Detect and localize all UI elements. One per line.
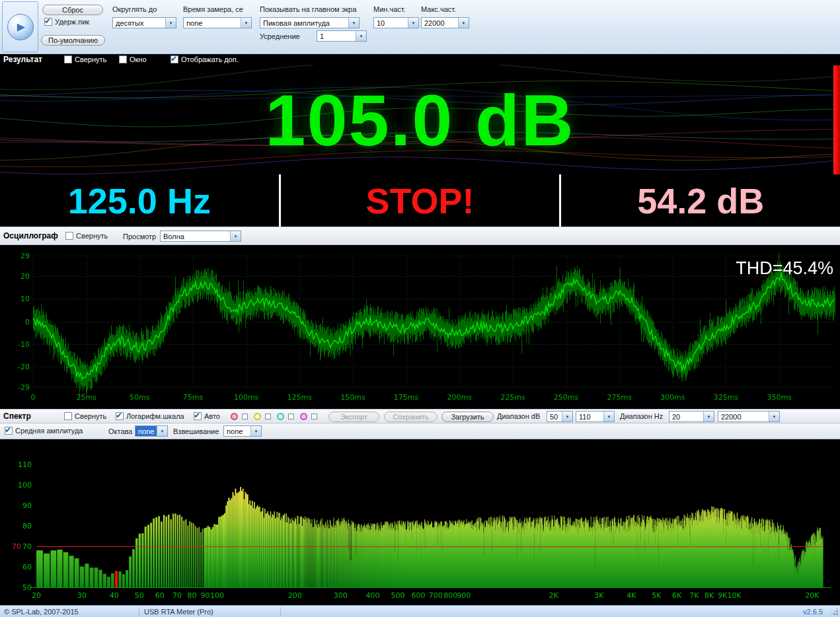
weighting-combo[interactable]: none▼: [223, 425, 262, 437]
version-text: v2.6.5: [803, 608, 823, 616]
start-measure-button[interactable]: ▶: [2, 1, 38, 52]
checkbox-box: ✔: [116, 412, 124, 420]
main-level-display: 105.0 dB: [0, 65, 840, 174]
trace-2-checkbox[interactable]: [265, 414, 271, 419]
frequency-value: 125.0 Hz: [0, 174, 279, 227]
export-button[interactable]: Экспорт: [328, 412, 379, 422]
max-freq-label: Макс.част.: [421, 5, 456, 13]
checkbox-box: [64, 412, 72, 420]
check-icon: ✔: [171, 54, 177, 63]
chevron-down-icon: ▼: [603, 412, 614, 421]
log-scale-checkbox[interactable]: ✔ Логарифм.шкала: [116, 412, 184, 420]
chevron-down-icon: ▼: [356, 31, 366, 41]
trace-color-4-icon[interactable]: [300, 413, 307, 420]
check-icon: ✔: [116, 411, 122, 420]
defaults-button[interactable]: По-умолчанию: [41, 35, 105, 46]
checkbox-box: [65, 232, 73, 240]
trace-color-1-icon[interactable]: [231, 413, 238, 420]
checkbox-box: ✔: [194, 412, 202, 420]
resize-grip[interactable]: [831, 608, 839, 616]
app-name-text: USB RTA Meter (Pro): [144, 608, 213, 616]
checkbox-box: ✔: [5, 427, 13, 435]
reset-button[interactable]: Сброс: [42, 5, 103, 15]
result-section-bar: Результат Свернуть Окно ✔ Отображать доп…: [0, 54, 840, 65]
spectrum-canvas: [0, 439, 840, 605]
trace-color-3-icon[interactable]: [277, 413, 284, 420]
hold-peak-checkbox[interactable]: ✔ Удерж.пик: [44, 18, 89, 26]
chevron-down-icon: ▼: [230, 231, 241, 241]
hold-peak-label: Удерж.пик: [55, 18, 89, 26]
copyright-text: © SPL-Lab, 2007-2015: [4, 608, 79, 616]
spl-lab-rta-app: ▶ Сброс ✔ Удерж.пик По-умолчанию Округля…: [0, 0, 840, 617]
range-db-max-combo[interactable]: 110▼: [576, 411, 615, 422]
octave-label: Октава: [108, 427, 132, 435]
status-bar: © SPL-Lab, 2007-2015 USB RTA Meter (Pro)…: [0, 605, 840, 617]
result-section-title: Результат: [3, 55, 42, 64]
result-collapse-checkbox[interactable]: Свернуть: [64, 55, 106, 63]
min-freq-label: Мин.част.: [373, 5, 406, 13]
spectrum-display: [0, 439, 840, 605]
auto-checkbox[interactable]: ✔ Авто: [194, 412, 220, 420]
chevron-down-icon: ▼: [562, 412, 572, 421]
stop-indicator: STOP!: [279, 174, 562, 227]
secondary-displays: 125.0 Hz STOP! 54.2 dB: [0, 174, 840, 227]
spectrum-collapse-checkbox[interactable]: Свернуть: [64, 412, 106, 420]
checkbox-box: ✔: [44, 18, 52, 26]
toolbar: ▶ Сброс ✔ Удерж.пик По-умолчанию Округля…: [0, 0, 840, 54]
result-show-extra-checkbox[interactable]: ✔ Отображать доп.: [171, 55, 239, 63]
spectrum-section-bar: Спектр Свернуть ✔ Логарифм.шкала ✔ Авто …: [0, 409, 840, 423]
oscilloscope-section-bar: Осциллограф Свернуть Просмотр Волна▼: [0, 227, 840, 245]
checkbox-box: [119, 55, 127, 63]
averaging-label: Усреднение: [260, 32, 300, 40]
chevron-down-icon: ▼: [165, 18, 176, 28]
check-icon: ✔: [5, 425, 11, 435]
oscilloscope-section-title: Осциллограф: [3, 231, 58, 240]
chevron-down-icon: ▼: [241, 18, 251, 28]
save-button[interactable]: Сохранить: [384, 412, 438, 422]
range-db-label: Диапазон dB: [497, 412, 540, 420]
measure-time-label: Время замера, се: [183, 5, 243, 13]
check-icon: ✔: [44, 17, 51, 26]
chevron-down-icon: ▼: [348, 18, 359, 28]
show-on-main-combo[interactable]: Пиковая амплитуда▼: [260, 17, 360, 28]
status-separator: [280, 607, 281, 616]
round-to-combo[interactable]: десятых▼: [112, 17, 176, 28]
checkbox-box: ✔: [171, 55, 178, 63]
view-label: Просмотр: [123, 233, 156, 240]
oscilloscope-display: THD=45.4%: [0, 245, 840, 409]
averaging-combo[interactable]: 1▼: [317, 30, 367, 42]
show-on-main-label: Показывать на главном экра: [260, 5, 356, 13]
chevron-down-icon: ▼: [703, 412, 714, 421]
spectrum-options-bar: ✔ Средняя амплитуда Октава none▼ Взвешив…: [0, 423, 840, 439]
trace-color-2-icon[interactable]: [254, 413, 261, 420]
range-hz-max-combo[interactable]: 22000▼: [718, 411, 780, 422]
thd-readout: THD=45.4%: [736, 258, 833, 279]
view-combo[interactable]: Волна▼: [160, 231, 241, 242]
avg-amplitude-checkbox[interactable]: ✔ Средняя амплитуда: [5, 427, 83, 435]
range-db-min-combo[interactable]: 50▼: [547, 411, 573, 422]
result-window-checkbox[interactable]: Окно: [119, 55, 147, 63]
range-hz-min-combo[interactable]: 20▼: [669, 411, 714, 422]
max-freq-combo[interactable]: 22000▼: [421, 17, 469, 28]
checkbox-box: [64, 55, 72, 63]
check-icon: ✔: [194, 411, 200, 420]
min-freq-combo[interactable]: 10▼: [373, 17, 419, 28]
trace-1-checkbox[interactable]: [242, 414, 248, 419]
load-button[interactable]: Загрузить: [441, 412, 494, 422]
weighting-label: Взвешивание: [173, 427, 219, 435]
oscilloscope-collapse-checkbox[interactable]: Свернуть: [65, 232, 108, 240]
chevron-down-icon: ▼: [458, 18, 469, 28]
oscilloscope-canvas: [0, 245, 840, 409]
chevron-down-icon: ▼: [408, 18, 418, 28]
trace-3-checkbox[interactable]: [288, 414, 294, 419]
trace-4-checkbox[interactable]: [311, 414, 317, 419]
status-separator: [139, 607, 139, 616]
chevron-down-icon: ▼: [157, 426, 167, 436]
main-level-value: 105.0 dB: [0, 65, 840, 174]
octave-combo[interactable]: none▼: [135, 425, 168, 437]
round-to-label: Округлять до: [112, 5, 157, 13]
chevron-down-icon: ▼: [769, 412, 779, 421]
measure-time-combo[interactable]: none▼: [183, 17, 252, 28]
range-hz-label: Диапазон Hz: [620, 412, 663, 420]
secondary-level-value: 54.2 dB: [561, 174, 840, 227]
